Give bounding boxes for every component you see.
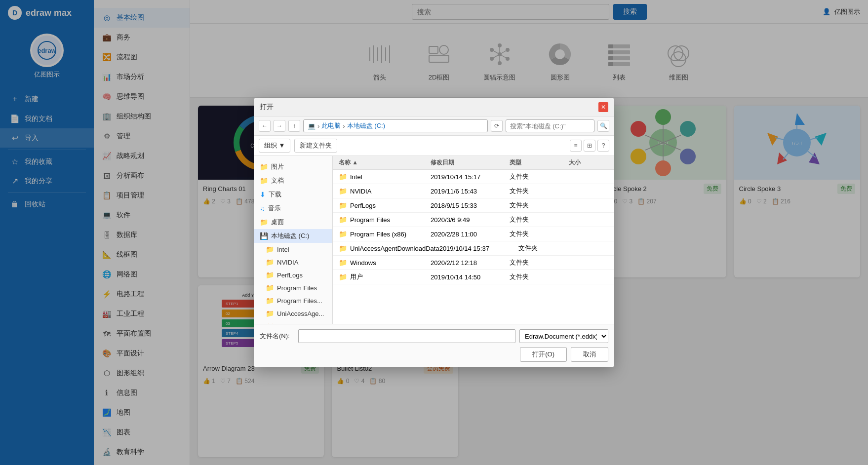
filename-label: 文件名(N): — [260, 332, 294, 341]
file-uniaccess[interactable]: 📁 UniAccessAgentDownloadData 2019/10/14 … — [333, 241, 614, 256]
dialog-buttons: 打开(O) 取消 — [260, 347, 608, 362]
nav-back-button[interactable]: ← — [259, 120, 271, 132]
dialog-sidebar: 📁 图片 📁 文档 ⬇ 下载 ♫ 音乐 📁 桌面 — [254, 156, 333, 324]
ds-intel-sub[interactable]: 📁 Intel — [254, 243, 332, 256]
file-uniaccess-date: 2019/10/14 15:37 — [439, 245, 518, 252]
file-uniaccess-name: 📁 UniAccessAgentDownloadData — [339, 244, 439, 252]
col-type[interactable]: 类型 — [510, 158, 569, 167]
dialog-nav-toolbar: ← → ↑ 💻 › 此电脑 › 本地磁盘 (C:) ⟳ 🔍 — [254, 116, 614, 136]
dialog-close-button[interactable]: ✕ — [598, 102, 608, 112]
folder-icon: 📁 — [339, 230, 347, 238]
ds-pfx-label: Program Files... — [277, 297, 322, 305]
nav-up-button[interactable]: ↑ — [288, 120, 300, 132]
folder-icon: 📁 — [339, 244, 347, 252]
file-perflogs-name: 📁 PerfLogs — [339, 201, 431, 209]
ds-perflogs-sub[interactable]: 📁 PerfLogs — [254, 269, 332, 281]
file-pfx-type: 文件夹 — [510, 230, 569, 238]
file-dialog: 打开 ✕ ← → ↑ 💻 › 此电脑 › 本地磁盘 (C:) ⟳ 🔍 组织 ▼ … — [254, 98, 614, 367]
folder-icon: 📁 — [266, 322, 274, 324]
file-windows-name: 📁 Windows — [339, 259, 431, 267]
dialog-main: 名称 ▲ 修改日期 类型 大小 📁 Intel 2019/10/14 15:17… — [333, 156, 614, 324]
file-perflogs-type: 文件夹 — [510, 201, 569, 210]
drive-icon: 💾 — [260, 232, 268, 240]
file-windows-date: 2020/2/12 12:18 — [431, 259, 510, 267]
ds-desktop[interactable]: 📁 桌面 — [254, 215, 332, 229]
ds-windows-sub[interactable]: 📁 Windows — [254, 320, 332, 324]
file-pf-type: 文件夹 — [510, 215, 569, 224]
view-help-button[interactable]: ? — [597, 140, 609, 152]
new-folder-button[interactable]: 新建文件夹 — [294, 139, 337, 153]
ds-pictures[interactable]: 📁 图片 — [254, 160, 332, 174]
filename-input[interactable] — [298, 329, 515, 343]
ds-programfiles-sub[interactable]: 📁 Program Files — [254, 281, 332, 294]
ds-nvidia-sub[interactable]: 📁 NVIDIA — [254, 256, 332, 269]
dialog-titlebar: 打开 ✕ — [254, 98, 614, 116]
file-pf[interactable]: 📁 Program Files 2020/3/6 9:49 文件夹 — [333, 213, 614, 227]
ds-docs[interactable]: 📁 文档 — [254, 174, 332, 188]
view-list-button[interactable]: ≡ — [570, 140, 582, 152]
folder-icon: 📁 — [339, 216, 347, 224]
ds-windows-label: Windows — [277, 323, 303, 324]
ds-local-c-label: 本地磁盘 (C:) — [271, 232, 309, 240]
file-intel[interactable]: 📁 Intel 2019/10/14 15:17 文件夹 — [333, 170, 614, 184]
file-pfx[interactable]: 📁 Program Files (x86) 2020/2/28 11:00 文件… — [333, 227, 614, 241]
file-intel-type: 文件夹 — [510, 172, 569, 181]
nav-forward-button[interactable]: → — [274, 120, 285, 132]
file-pfx-name: 📁 Program Files (x86) — [339, 230, 431, 238]
nav-refresh-button[interactable]: ⟳ — [491, 120, 503, 132]
file-pf-date: 2020/3/6 9:49 — [431, 216, 510, 224]
file-perflogs[interactable]: 📁 PerfLogs 2018/9/15 15:33 文件夹 — [333, 198, 614, 213]
file-list-header: 名称 ▲ 修改日期 类型 大小 — [333, 156, 614, 170]
folder-icon: 📁 — [266, 297, 274, 305]
folder-icon: 📁 — [260, 177, 268, 185]
path-computer[interactable]: 此电脑 — [321, 121, 341, 130]
ds-pf-label: Program Files — [277, 284, 317, 292]
file-windows-type: 文件夹 — [510, 258, 569, 267]
dialog-overlay: 打开 ✕ ← → ↑ 💻 › 此电脑 › 本地磁盘 (C:) ⟳ 🔍 组织 ▼ … — [0, 0, 868, 465]
ds-programfilesx-sub[interactable]: 📁 Program Files... — [254, 294, 332, 307]
path-computer-icon: 💻 — [308, 122, 316, 130]
folder-icon: 📁 — [266, 271, 274, 279]
ds-pictures-label: 图片 — [271, 162, 284, 171]
folder-icon: 📁 — [260, 163, 268, 171]
folder-icon: 📁 — [266, 258, 274, 266]
file-user-date: 2019/10/14 14:50 — [431, 273, 510, 281]
file-user[interactable]: 📁 用户 2019/10/14 14:50 文件夹 — [333, 270, 614, 284]
ds-music[interactable]: ♫ 音乐 — [254, 201, 332, 215]
folder-icon: 📁 — [339, 187, 347, 195]
file-user-name: 📁 用户 — [339, 272, 431, 281]
folder-icon: 📁 — [266, 245, 274, 253]
col-date[interactable]: 修改日期 — [431, 158, 510, 167]
file-uniaccess-type: 文件夹 — [518, 244, 578, 253]
ds-uniaccess-sub[interactable]: 📁 UniAccessAge... — [254, 307, 332, 320]
filetype-select[interactable]: Edraw.Document (*.eddx) — [519, 329, 608, 343]
folder-icon: 📁 — [339, 259, 347, 267]
dialog-open-button[interactable]: 打开(O) — [520, 347, 567, 362]
col-size[interactable]: 大小 — [569, 158, 608, 167]
filename-row: 文件名(N): Edraw.Document (*.eddx) — [260, 329, 608, 343]
ds-local-c[interactable]: 💾 本地磁盘 (C:) — [254, 229, 332, 243]
dialog-search-input[interactable] — [506, 119, 594, 132]
file-nvidia-name: 📁 NVIDIA — [339, 187, 431, 195]
ds-downloads[interactable]: ⬇ 下载 — [254, 188, 332, 201]
dialog-search-button[interactable]: 🔍 — [597, 120, 609, 132]
dialog-cancel-button[interactable]: 取消 — [571, 347, 608, 362]
dialog-path: 💻 › 此电脑 › 本地磁盘 (C:) — [303, 119, 488, 132]
view-buttons: ≡ ⊞ ? — [570, 140, 609, 152]
dialog-body: 📁 图片 📁 文档 ⬇ 下载 ♫ 音乐 📁 桌面 — [254, 156, 614, 324]
ds-docs-label: 文档 — [271, 176, 284, 185]
ds-downloads-label: 下载 — [269, 190, 281, 199]
file-nvidia[interactable]: 📁 NVIDIA 2019/11/6 15:43 文件夹 — [333, 184, 614, 198]
folder-icon: 📁 — [339, 173, 347, 181]
file-user-type: 文件夹 — [510, 272, 569, 281]
file-nvidia-date: 2019/11/6 15:43 — [431, 188, 510, 195]
view-tile-button[interactable]: ⊞ — [584, 140, 595, 152]
path-local-c[interactable]: 本地磁盘 (C:) — [347, 121, 385, 130]
dialog-toolbar2: 组织 ▼ 新建文件夹 ≡ ⊞ ? — [254, 136, 614, 156]
file-perflogs-date: 2018/9/15 15:33 — [431, 202, 510, 209]
col-name[interactable]: 名称 ▲ — [339, 158, 431, 167]
ds-desktop-label: 桌面 — [271, 218, 284, 227]
organize-button[interactable]: 组织 ▼ — [259, 139, 290, 153]
file-windows[interactable]: 📁 Windows 2020/2/12 12:18 文件夹 — [333, 256, 614, 270]
file-intel-date: 2019/10/14 15:17 — [431, 173, 510, 181]
